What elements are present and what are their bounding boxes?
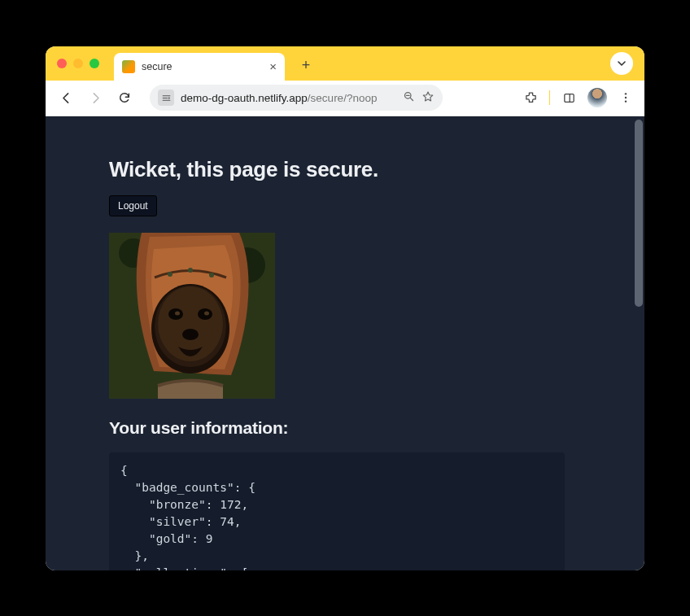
profile-image — [109, 233, 275, 399]
svg-point-18 — [204, 311, 209, 315]
user-info-code: { "badge_counts": { "bronze": 172, "silv… — [109, 452, 565, 570]
extensions-icon[interactable] — [520, 87, 541, 108]
svg-point-0 — [168, 97, 169, 98]
toolbar-divider — [549, 90, 550, 105]
bookmark-star-icon[interactable] — [421, 90, 435, 106]
tab-overflow-button[interactable] — [610, 52, 633, 75]
profile-avatar[interactable] — [587, 88, 607, 107]
code-line: { — [120, 464, 128, 477]
close-window-button[interactable] — [57, 59, 67, 68]
svg-point-22 — [209, 273, 214, 277]
address-bar[interactable]: demo-dg-oauth.netlify.app/secure/?noop — [150, 85, 443, 111]
forward-button[interactable] — [83, 85, 107, 110]
tab-title: secure — [142, 61, 263, 72]
tab-favicon — [122, 60, 135, 73]
titlebar: secure × + — [46, 46, 644, 81]
code-line: "bronze": 172, — [120, 498, 248, 511]
svg-rect-4 — [564, 94, 573, 102]
scrollbar[interactable] — [635, 120, 643, 307]
side-panel-icon[interactable] — [558, 87, 579, 108]
logout-button[interactable]: Logout — [109, 195, 157, 216]
section-heading: Your user information: — [109, 418, 581, 438]
maximize-window-button[interactable] — [90, 59, 99, 68]
site-settings-icon[interactable] — [158, 90, 174, 106]
page-content: Wicket, this page is secure. Logout — [46, 116, 644, 570]
svg-line-2 — [410, 98, 413, 100]
browser-tab[interactable]: secure × — [114, 53, 285, 81]
code-line: "silver": 74, — [120, 515, 241, 528]
svg-point-7 — [625, 97, 627, 98]
back-button[interactable] — [54, 85, 78, 110]
svg-point-19 — [182, 329, 199, 340]
svg-point-17 — [175, 311, 180, 315]
page-title: Wicket, this page is secure. — [109, 157, 581, 182]
new-tab-button[interactable]: + — [295, 57, 317, 74]
svg-point-6 — [625, 93, 627, 94]
zoom-icon[interactable] — [403, 90, 415, 105]
reload-button[interactable] — [112, 85, 137, 110]
url-text: demo-dg-oauth.netlify.app/secure/?noop — [181, 92, 396, 104]
svg-point-20 — [168, 272, 172, 277]
toolbar: demo-dg-oauth.netlify.app/secure/?noop — [46, 81, 644, 116]
url-domain: demo-dg-oauth.netlify.app — [181, 92, 308, 104]
code-line: }, — [120, 549, 149, 562]
minimize-window-button[interactable] — [73, 59, 83, 68]
close-tab-button[interactable]: × — [269, 59, 277, 73]
code-line: "gold": 9 — [120, 532, 213, 545]
code-line: "badge_counts": { — [120, 481, 255, 494]
url-path: /secure/?noop — [308, 92, 378, 104]
code-line: "collectives": [ — [120, 566, 248, 570]
menu-icon[interactable] — [615, 87, 636, 108]
browser-window: secure × + demo-dg-oauth.netlify.app/sec… — [46, 46, 644, 570]
traffic-lights — [57, 59, 99, 68]
svg-point-21 — [188, 268, 193, 273]
svg-point-8 — [625, 100, 627, 102]
